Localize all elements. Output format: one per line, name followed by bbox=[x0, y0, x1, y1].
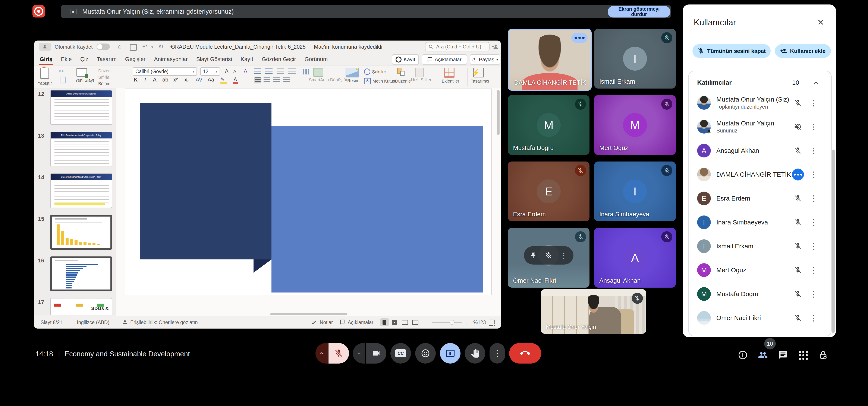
participant-row[interactable]: I Ismail Erkam ⋮ bbox=[689, 234, 825, 258]
activities-grid-icon[interactable] bbox=[799, 351, 809, 361]
more-options-icon[interactable]: ⋮ bbox=[809, 313, 817, 323]
slide-thumbnail-14[interactable]: EU's Development and Cooperation Policy bbox=[50, 173, 112, 208]
change-case-button[interactable]: Aa bbox=[208, 77, 214, 83]
font-size-select[interactable]: 12 ▾ bbox=[200, 67, 220, 76]
tab-tasarim[interactable]: Tasarım bbox=[96, 55, 117, 65]
info-icon[interactable] bbox=[738, 350, 748, 360]
slide-number-status[interactable]: Slayt 8/21 bbox=[40, 319, 62, 325]
mute-all-button[interactable]: Tümünün sesini kapat bbox=[692, 44, 771, 58]
new-slide-button[interactable] bbox=[76, 68, 87, 77]
comments-button[interactable]: Açıklamalar bbox=[422, 54, 467, 65]
video-tile-ansagul[interactable]: A Ansagul Akhan bbox=[594, 228, 676, 287]
participant-row[interactable]: Ömer Naci Fikri ⋮ bbox=[689, 306, 825, 330]
tab-giris[interactable]: Giriş bbox=[39, 55, 53, 65]
indent-button[interactable] bbox=[277, 68, 284, 74]
tab-kayit[interactable]: Kayıt bbox=[240, 55, 253, 65]
host-controls-lock-icon[interactable] bbox=[818, 350, 828, 360]
close-icon[interactable]: ✕ bbox=[817, 18, 824, 27]
mic-off-icon[interactable] bbox=[794, 147, 802, 155]
raise-hand-button[interactable] bbox=[465, 343, 485, 364]
layout-label[interactable]: Düzen bbox=[98, 68, 111, 73]
participant-row[interactable]: Mustafa Onur YalçınSununuz ⋮ bbox=[689, 115, 825, 139]
camera-options-button[interactable] bbox=[353, 343, 365, 364]
zoom-out-icon[interactable]: − bbox=[425, 319, 428, 327]
underline-button[interactable]: A bbox=[153, 77, 157, 83]
highlight-button[interactable]: ✎ bbox=[220, 77, 227, 84]
columns-button[interactable] bbox=[303, 69, 309, 74]
more-options-button[interactable]: ⋮ bbox=[490, 343, 505, 364]
clear-format-icon[interactable]: A bbox=[244, 68, 248, 75]
font-color-button[interactable]: A bbox=[233, 77, 238, 84]
more-options-icon[interactable]: ⋮ bbox=[809, 265, 817, 275]
subscript-button[interactable]: x₂ bbox=[185, 77, 189, 83]
zoom-percent[interactable]: %123 bbox=[473, 319, 486, 325]
mic-off-icon[interactable] bbox=[794, 218, 802, 226]
tile-more-icon[interactable]: ⋮ bbox=[560, 251, 567, 260]
video-tile-self[interactable]: Mustafa Onur Yalçın bbox=[541, 289, 646, 334]
smartart-icon[interactable] bbox=[313, 68, 323, 77]
more-options-icon[interactable]: ⋮ bbox=[809, 217, 817, 227]
arrange-icon[interactable] bbox=[397, 68, 405, 76]
video-tile-ismail[interactable]: I Ismail Erkam bbox=[594, 29, 676, 89]
zoom-slider-thumb[interactable] bbox=[450, 320, 455, 325]
reactions-button[interactable] bbox=[415, 343, 436, 364]
mic-options-button[interactable] bbox=[315, 343, 328, 364]
stop-presenting-button[interactable]: Ekran göstermeyi durdur bbox=[608, 6, 671, 18]
participant-row[interactable]: M Mert Oguz ⋮ bbox=[689, 258, 825, 282]
video-tile-damla[interactable]: DAMLA CİHANGİR TETİK bbox=[508, 29, 592, 91]
tab-gorunum[interactable]: Görünüm bbox=[304, 55, 328, 65]
numbering-button[interactable] bbox=[265, 68, 273, 74]
char-spacing-button[interactable]: AV bbox=[196, 77, 203, 83]
share-button[interactable]: Paylaş ▾ bbox=[470, 54, 500, 65]
italic-button[interactable]: T bbox=[144, 77, 147, 83]
panel-scrollbar[interactable] bbox=[832, 149, 835, 333]
slide-thumbnail-16[interactable] bbox=[50, 257, 112, 291]
slide-thumbnail-13[interactable]: EU's Development and Cooperation Policy bbox=[50, 132, 112, 166]
more-options-icon[interactable]: ⋮ bbox=[809, 194, 817, 203]
mic-off-icon[interactable] bbox=[545, 251, 552, 259]
video-tile-inara[interactable]: I Inara Simbaeyeva bbox=[594, 162, 676, 221]
align-left-button[interactable] bbox=[254, 77, 261, 83]
ppt-search-box[interactable] bbox=[425, 42, 490, 52]
video-tile-dogru[interactable]: M Mustafa Dogru bbox=[508, 95, 589, 155]
tile-options-speaking-pill[interactable] bbox=[571, 33, 588, 43]
camera-toggle-button[interactable] bbox=[366, 343, 386, 364]
participant-row[interactable]: M Mustafa Dogru ⋮ bbox=[689, 282, 825, 306]
video-tile-mert[interactable]: M Mert Oguz bbox=[594, 95, 676, 155]
grow-font-icon[interactable]: A bbox=[225, 68, 229, 75]
strikethrough-button[interactable]: ab bbox=[162, 77, 168, 83]
bold-button[interactable]: K bbox=[134, 77, 137, 83]
more-options-icon[interactable]: ⋮ bbox=[809, 170, 817, 179]
more-options-icon[interactable]: ⋮ bbox=[809, 289, 817, 299]
share-person-icon[interactable] bbox=[492, 43, 498, 50]
zoom-in-icon[interactable]: + bbox=[465, 319, 469, 327]
reset-label[interactable]: Sıfırla bbox=[98, 75, 110, 80]
participant-row[interactable]: DAMLA CİHANGİR TETİK ⋮ bbox=[689, 163, 825, 187]
textbox-icon[interactable]: A bbox=[364, 78, 371, 84]
captions-button[interactable]: CC bbox=[391, 343, 411, 364]
fit-window-icon[interactable] bbox=[489, 319, 495, 326]
more-options-icon[interactable]: ⋮ bbox=[809, 146, 817, 155]
shrink-font-icon[interactable]: A bbox=[233, 69, 237, 74]
justify-button[interactable] bbox=[283, 77, 290, 83]
tab-gozden-gecir[interactable]: Gözden Geçir bbox=[261, 55, 297, 65]
language-status[interactable]: İngilizce (ABD) bbox=[77, 319, 110, 325]
chat-icon[interactable] bbox=[778, 350, 788, 360]
autosave-toggle[interactable] bbox=[97, 43, 110, 50]
participant-row[interactable]: I Inara Simbaeyeva ⋮ bbox=[689, 210, 825, 234]
mic-off-icon[interactable] bbox=[794, 266, 802, 274]
mic-off-icon[interactable] bbox=[794, 314, 802, 322]
notes-button[interactable]: Notlar bbox=[320, 319, 333, 325]
pin-icon[interactable] bbox=[530, 252, 537, 259]
normal-view-button[interactable] bbox=[380, 318, 389, 327]
font-name-select[interactable]: Calibri (Gövde) ▾ bbox=[133, 67, 197, 76]
slide-thumbnail-15[interactable] bbox=[50, 215, 112, 249]
picture-icon[interactable] bbox=[346, 68, 359, 77]
more-options-icon[interactable]: ⋮ bbox=[809, 122, 817, 131]
designer-icon[interactable]: ⚡ bbox=[473, 68, 484, 77]
slide-scrollbar[interactable] bbox=[497, 90, 500, 135]
superscript-button[interactable]: x² bbox=[174, 77, 178, 83]
mic-off-icon[interactable] bbox=[794, 99, 802, 107]
record-button[interactable]: Kayıt bbox=[392, 54, 419, 65]
align-center-button[interactable] bbox=[264, 77, 270, 83]
